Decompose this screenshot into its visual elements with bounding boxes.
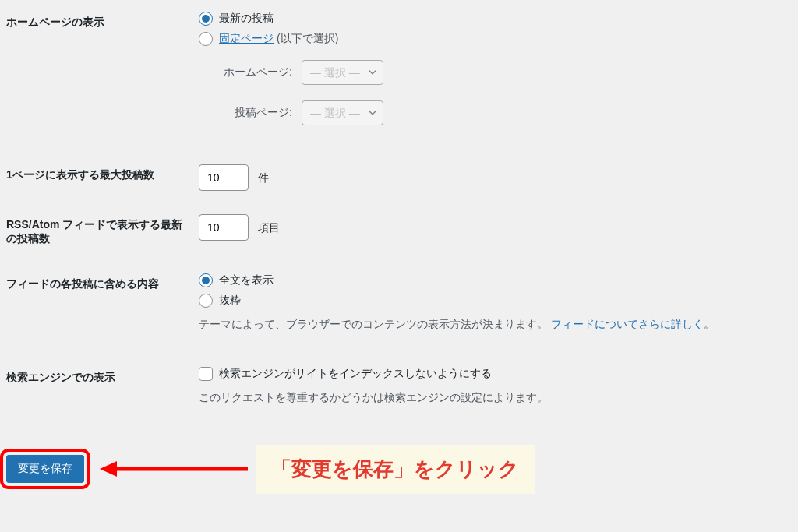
annotation-arrow-icon xyxy=(100,457,248,481)
feed-desc-text: テーマによって、ブラウザーでのコンテンツの表示方法が決まります。 xyxy=(199,318,548,330)
radio-excerpt[interactable] xyxy=(199,294,213,308)
input-posts-per-page[interactable] xyxy=(199,164,249,191)
radio-full-text-label: 全文を表示 xyxy=(219,273,274,287)
label-homepage-select: ホームページ: xyxy=(214,65,292,79)
save-changes-button[interactable]: 変更を保存 xyxy=(6,455,84,483)
label-postspage-select: 投稿ページ: xyxy=(214,106,292,120)
label-feed-content: フィードの各投稿に含める内容 xyxy=(0,262,191,355)
select-homepage[interactable]: — 選択 — xyxy=(302,60,383,85)
feed-desc-link[interactable]: フィードについてさらに詳しく xyxy=(551,318,704,330)
feed-desc-post: 。 xyxy=(704,318,715,330)
label-search-engine: 検索エンジンでの表示 xyxy=(0,355,191,428)
radio-static-page-note: (以下で選択) xyxy=(277,32,338,46)
svg-marker-1 xyxy=(100,461,117,477)
unit-rss-items: 項目 xyxy=(258,221,280,234)
radio-latest-posts[interactable] xyxy=(199,12,213,26)
radio-static-page-label[interactable]: 固定ページ xyxy=(219,32,274,46)
label-rss-items: RSS/Atom フィードで表示する最新の投稿数 xyxy=(0,203,191,262)
input-rss-items[interactable] xyxy=(199,214,249,241)
search-engine-desc: このリクエストを尊重するかどうかは検索エンジンの設定によります。 xyxy=(199,389,790,406)
select-postspage[interactable]: — 選択 — xyxy=(302,100,383,125)
radio-full-text[interactable] xyxy=(199,273,213,287)
radio-latest-posts-label: 最新の投稿 xyxy=(219,12,274,26)
radio-excerpt-label: 抜粋 xyxy=(219,294,241,308)
annotation-label: 「変更を保存」をクリック xyxy=(256,445,535,494)
checkbox-discourage-search[interactable] xyxy=(199,367,213,381)
label-homepage-display: ホームページの表示 xyxy=(0,0,191,153)
label-posts-per-page: 1ページに表示する最大投稿数 xyxy=(0,153,191,203)
unit-posts-per-page: 件 xyxy=(258,171,269,184)
checkbox-discourage-search-label: 検索エンジンがサイトをインデックスしないようにする xyxy=(219,367,492,381)
radio-static-page[interactable] xyxy=(199,32,213,46)
